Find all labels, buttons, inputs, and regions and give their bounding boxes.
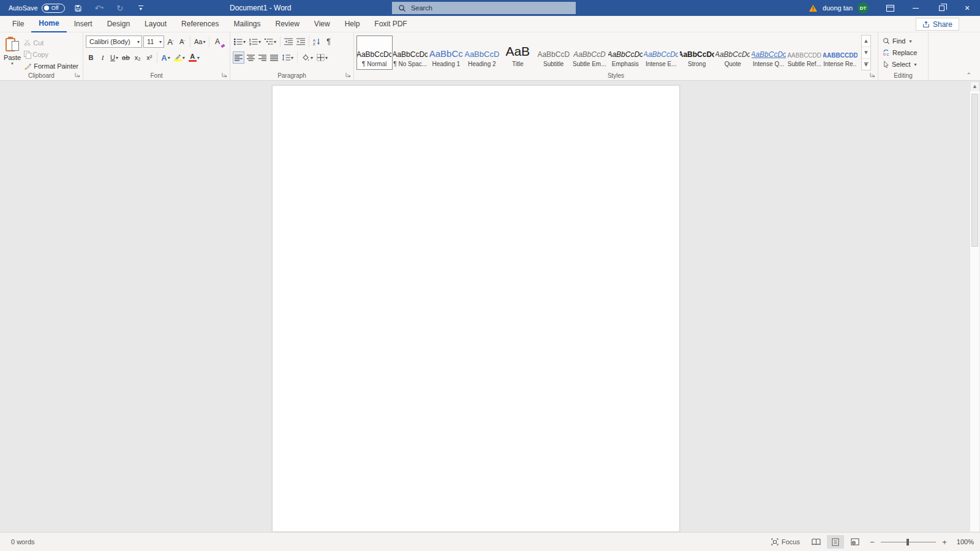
zoom-in-button[interactable]: + [938, 535, 951, 549]
restore-button[interactable] [929, 0, 954, 16]
close-button[interactable]: × [954, 0, 980, 16]
style-intense-emphasis[interactable]: AaBbCcDc Intense E... [643, 36, 679, 70]
warning-icon[interactable] [809, 4, 818, 12]
style-normal[interactable]: AaBbCcDc ¶ Normal [356, 36, 393, 70]
collapse-ribbon-button[interactable]: ⌃ [967, 72, 971, 78]
tab-view[interactable]: View [307, 16, 337, 32]
scroll-up-button[interactable]: ▲ [970, 81, 979, 91]
format-painter-button[interactable]: Format Painter [22, 61, 80, 71]
copy-button[interactable]: Copy [22, 49, 80, 59]
tab-review[interactable]: Review [268, 16, 306, 32]
bullets-button[interactable]: ▾ [233, 36, 247, 48]
superscript-button[interactable]: x² [144, 51, 154, 64]
user-name[interactable]: duong tan [823, 4, 853, 12]
shrink-font-button[interactable]: Aˇ [177, 36, 187, 48]
tab-file[interactable]: File [5, 16, 31, 32]
font-size-combo[interactable]: 11 ▾ [143, 36, 164, 48]
autosave-control[interactable]: AutoSave Off [9, 4, 65, 13]
decrease-indent-button[interactable] [283, 36, 294, 48]
increase-indent-button[interactable] [295, 36, 306, 48]
styles-scroll-down-button[interactable]: ▼ [862, 47, 870, 59]
tab-foxit-pdf[interactable]: Foxit PDF [367, 16, 414, 32]
numbering-icon [249, 38, 258, 45]
change-case-button[interactable]: Aa ▾ [193, 36, 206, 48]
style-heading-1[interactable]: AaBbCc Heading 1 [428, 36, 464, 70]
styles-more-button[interactable]: ▼ [862, 59, 870, 70]
web-layout-button[interactable] [846, 535, 864, 549]
zoom-level[interactable]: 100% [953, 538, 976, 545]
styles-scroll-up-button[interactable]: ▲ [862, 36, 870, 47]
clear-formatting-button[interactable]: A [212, 36, 222, 48]
replace-button[interactable]: bc Replace [881, 47, 925, 58]
line-spacing-button[interactable]: ▾ [281, 51, 295, 64]
tab-layout[interactable]: Layout [137, 16, 174, 32]
tab-help[interactable]: Help [337, 16, 368, 32]
font-dialog-launcher[interactable] [222, 72, 228, 78]
borders-button[interactable]: ▾ [315, 51, 329, 64]
cut-button[interactable]: Cut [22, 37, 80, 48]
save-button[interactable] [71, 1, 86, 15]
font-color-button[interactable]: A ▾ [187, 51, 201, 64]
style-intense-reference[interactable]: AABBCCDD Intense Re... [823, 36, 859, 70]
font-name-combo[interactable]: Calibri (Body) ▾ [86, 36, 142, 48]
search-box[interactable] [392, 2, 576, 14]
minimize-button[interactable] [903, 0, 929, 16]
style-subtle-emphasis[interactable]: AaBbCcD Subtle Em... [571, 36, 608, 70]
show-hide-formatting-button[interactable]: ¶ [323, 36, 334, 48]
strikethrough-button[interactable]: ab [121, 51, 131, 64]
numbering-button[interactable]: ▾ [248, 36, 262, 48]
word-count[interactable]: 0 words [0, 538, 35, 545]
document-page[interactable] [272, 85, 680, 532]
ribbon-display-options-button[interactable] [877, 0, 903, 16]
style-emphasis[interactable]: AaBbCcDc Emphasis [608, 36, 644, 70]
tab-design[interactable]: Design [100, 16, 137, 32]
underline-button[interactable]: U ▾ [109, 51, 119, 64]
tab-mailings[interactable]: Mailings [226, 16, 268, 32]
style-subtle-reference[interactable]: AABBCCDD Subtle Ref... [786, 36, 823, 70]
share-button[interactable]: Share [916, 18, 959, 31]
vertical-scrollbar[interactable]: ▲ [970, 81, 979, 531]
styles-dialog-launcher[interactable] [870, 72, 876, 78]
italic-button[interactable]: I [97, 51, 108, 64]
align-left-button[interactable] [233, 51, 244, 64]
sort-button[interactable]: AZ [312, 36, 322, 48]
justify-button[interactable] [269, 51, 279, 64]
print-layout-button[interactable] [827, 535, 844, 549]
style-intense-quote[interactable]: AaBbCcDc Intense Q... [751, 36, 787, 70]
text-effects-button[interactable]: A ▾ [160, 51, 171, 64]
align-right-button[interactable] [257, 51, 268, 64]
style-quote[interactable]: AaBbCcDc Quote [715, 36, 751, 70]
tab-references[interactable]: References [174, 16, 226, 32]
paste-button[interactable]: Paste ▾ [2, 35, 22, 70]
undo-button[interactable]: ↶▾ [92, 1, 107, 15]
find-button[interactable]: Find ▾ [881, 36, 925, 47]
tab-home[interactable]: Home [31, 16, 66, 32]
style-title[interactable]: AaB Title [500, 36, 536, 70]
paragraph-dialog-launcher[interactable] [345, 72, 352, 78]
style-no-spacing[interactable]: AaBbCcDc ¶ No Spac... [393, 36, 429, 70]
text-highlight-button[interactable]: ▾ [173, 51, 186, 64]
select-button[interactable]: Select ▾ [881, 59, 925, 70]
clipboard-dialog-launcher[interactable] [75, 72, 81, 78]
autosave-toggle[interactable]: Off [42, 4, 65, 13]
style-heading-2[interactable]: AaBbCcD Heading 2 [464, 36, 500, 70]
read-mode-button[interactable] [807, 535, 824, 549]
focus-button[interactable]: Focus [766, 535, 805, 549]
search-input[interactable] [411, 4, 558, 12]
bold-button[interactable]: B [86, 51, 96, 64]
style-subtitle[interactable]: AaBbCcD Subtitle [536, 36, 572, 70]
tab-insert[interactable]: Insert [67, 16, 100, 32]
style-strong[interactable]: AaBbCcDc Strong [679, 36, 715, 70]
customize-quick-access-toolbar-button[interactable]: ▾ [134, 1, 148, 15]
zoom-out-button[interactable]: − [866, 535, 878, 549]
grow-font-button[interactable]: Aˆ [165, 36, 176, 48]
shading-button[interactable]: ▾ [300, 51, 314, 64]
scrollbar-thumb[interactable] [971, 94, 978, 247]
zoom-slider-thumb[interactable] [907, 539, 909, 545]
multilevel-list-button[interactable]: ▾ [263, 36, 277, 48]
avatar[interactable]: DT [858, 2, 869, 13]
subscript-button[interactable]: x₂ [132, 51, 143, 64]
align-center-button[interactable] [246, 51, 256, 64]
zoom-slider[interactable] [881, 535, 936, 549]
redo-button[interactable]: ↻ [113, 1, 127, 15]
